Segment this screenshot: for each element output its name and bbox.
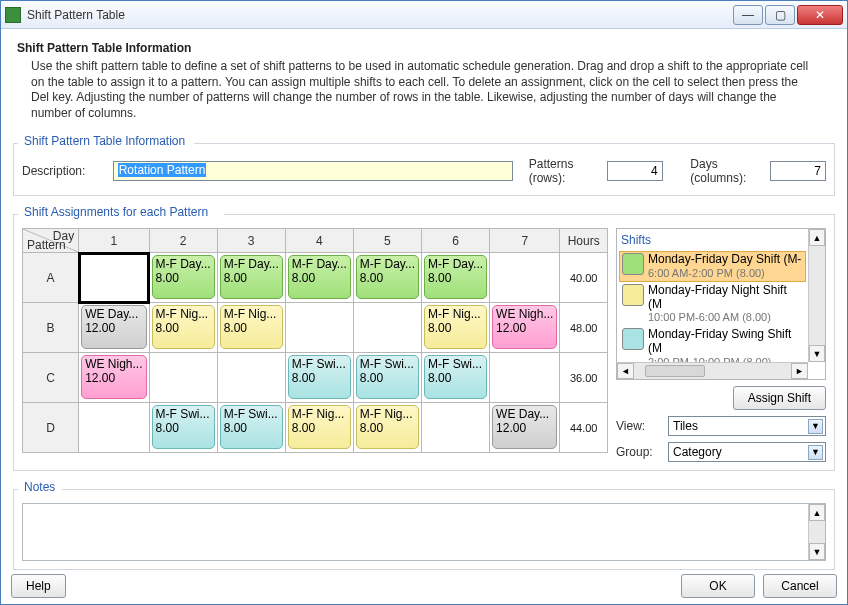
- shift-chip[interactable]: M-F Swi...8.00: [424, 355, 487, 399]
- grid-cell[interactable]: M-F Swi...8.00: [149, 403, 217, 453]
- grid-cell[interactable]: [285, 303, 353, 353]
- day-header: 7: [490, 229, 560, 253]
- pattern-row-header: B: [23, 303, 79, 353]
- scroll-up-icon[interactable]: ▲: [809, 504, 825, 521]
- shift-chip[interactable]: M-F Swi...8.00: [288, 355, 351, 399]
- grid-cell[interactable]: [353, 303, 421, 353]
- shift-list-item[interactable]: Monday-Friday Night Shift (M10:00 PM-6:0…: [619, 282, 806, 326]
- shift-chip[interactable]: M-F Swi...8.00: [356, 355, 419, 399]
- shift-chip[interactable]: WE Nigh...12.00: [492, 305, 557, 349]
- shifts-vertical-scrollbar[interactable]: ▲ ▼: [808, 229, 825, 362]
- row-hours: 48.00: [560, 303, 608, 353]
- shift-item-time: 6:00 AM-2:00 PM (8.00): [648, 267, 801, 280]
- titlebar[interactable]: Shift Pattern Table — ▢ ✕: [1, 1, 847, 29]
- grid-cell[interactable]: [79, 403, 149, 453]
- days-input[interactable]: [770, 161, 826, 181]
- minimize-button[interactable]: —: [733, 5, 763, 25]
- shift-chip-hours: 12.00: [496, 321, 526, 335]
- grid-cell[interactable]: [490, 353, 560, 403]
- shift-chip[interactable]: M-F Day...8.00: [356, 255, 419, 299]
- grid-cell[interactable]: M-F Day...8.00: [421, 253, 489, 303]
- grid-cell[interactable]: M-F Day...8.00: [353, 253, 421, 303]
- shifts-horizontal-scrollbar[interactable]: ◄ ►: [617, 362, 808, 379]
- help-button[interactable]: Help: [11, 574, 66, 598]
- shift-chip[interactable]: M-F Swi...8.00: [220, 405, 283, 449]
- notes-legend: Notes: [20, 480, 59, 494]
- ok-button[interactable]: OK: [681, 574, 755, 598]
- scroll-up-icon[interactable]: ▲: [809, 229, 825, 246]
- shift-color-swatch: [622, 253, 644, 275]
- notes-vertical-scrollbar[interactable]: ▲ ▼: [808, 504, 825, 560]
- patterns-input[interactable]: [607, 161, 663, 181]
- grid-cell[interactable]: WE Day...12.00: [490, 403, 560, 453]
- day-header: 6: [421, 229, 489, 253]
- shift-chip[interactable]: M-F Day...8.00: [152, 255, 215, 299]
- grid-cell[interactable]: M-F Swi...8.00: [217, 403, 285, 453]
- chevron-down-icon: ▼: [808, 445, 823, 460]
- grid-cell[interactable]: [490, 253, 560, 303]
- assign-shift-button[interactable]: Assign Shift: [733, 386, 826, 410]
- grid-cell[interactable]: M-F Nig...8.00: [217, 303, 285, 353]
- description-input[interactable]: Rotation Pattern: [113, 161, 513, 181]
- shift-item-text: Monday-Friday Night Shift (M10:00 PM-6:0…: [648, 284, 803, 324]
- group-value: Category: [673, 445, 722, 459]
- shift-chip[interactable]: M-F Nig...8.00: [288, 405, 351, 449]
- grid-cell[interactable]: M-F Nig...8.00: [421, 303, 489, 353]
- shift-chip[interactable]: WE Nigh...12.00: [81, 355, 146, 399]
- shift-chip[interactable]: WE Day...12.00: [81, 305, 146, 349]
- grid-cell[interactable]: WE Nigh...12.00: [79, 353, 149, 403]
- shift-chip[interactable]: M-F Nig...8.00: [356, 405, 419, 449]
- shift-chip-hours: 8.00: [428, 371, 451, 385]
- scroll-left-icon[interactable]: ◄: [617, 363, 634, 379]
- shift-item-name: Monday-Friday Swing Shift (M: [648, 328, 803, 356]
- shift-chip[interactable]: WE Day...12.00: [492, 405, 557, 449]
- notes-textarea[interactable]: ▲ ▼: [22, 503, 826, 561]
- maximize-button[interactable]: ▢: [765, 5, 795, 25]
- grid-cell[interactable]: [149, 353, 217, 403]
- shift-chip[interactable]: M-F Day...8.00: [288, 255, 351, 299]
- grid-cell[interactable]: M-F Swi...8.00: [353, 353, 421, 403]
- scroll-down-icon[interactable]: ▼: [809, 345, 825, 362]
- grid-cell[interactable]: M-F Day...8.00: [217, 253, 285, 303]
- grid-cell[interactable]: M-F Nig...8.00: [353, 403, 421, 453]
- shift-chip[interactable]: M-F Day...8.00: [220, 255, 283, 299]
- pattern-row-header: D: [23, 403, 79, 453]
- shift-list-item[interactable]: Monday-Friday Day Shift (M-6:00 AM-2:00 …: [619, 251, 806, 281]
- view-combobox[interactable]: Tiles ▼: [668, 416, 826, 436]
- grid-cell[interactable]: M-F Day...8.00: [285, 253, 353, 303]
- shift-list-item[interactable]: Monday-Friday Swing Shift (M2:00 PM-10:0…: [619, 326, 806, 362]
- grid-cell[interactable]: [217, 353, 285, 403]
- cancel-button[interactable]: Cancel: [763, 574, 837, 598]
- grid-cell[interactable]: M-F Swi...8.00: [285, 353, 353, 403]
- shift-chip[interactable]: M-F Nig...8.00: [424, 305, 487, 349]
- grid-cell[interactable]: WE Day...12.00: [79, 303, 149, 353]
- shift-chip[interactable]: M-F Day...8.00: [424, 255, 487, 299]
- shift-chip-hours: 8.00: [360, 421, 383, 435]
- grid-cell[interactable]: [421, 403, 489, 453]
- shift-item-text: Monday-Friday Swing Shift (M2:00 PM-10:0…: [648, 328, 803, 362]
- shift-chip[interactable]: M-F Nig...8.00: [152, 305, 215, 349]
- pattern-grid[interactable]: Day Pattern 1 2 3 4 5 6 7 Hours: [22, 228, 608, 453]
- close-button[interactable]: ✕: [797, 5, 843, 25]
- scroll-right-icon[interactable]: ►: [791, 363, 808, 379]
- grid-cell[interactable]: M-F Swi...8.00: [421, 353, 489, 403]
- corner-pattern-label: Pattern: [27, 238, 66, 252]
- shift-chip-hours: 8.00: [224, 271, 247, 285]
- shift-chip[interactable]: M-F Nig...8.00: [220, 305, 283, 349]
- group-assignments: Shift Assignments for each Pattern Day P…: [13, 214, 835, 471]
- shift-chip-hours: 8.00: [428, 271, 451, 285]
- grid-cell[interactable]: M-F Nig...8.00: [149, 303, 217, 353]
- shifts-listbox[interactable]: Shifts Monday-Friday Day Shift (M-6:00 A…: [616, 228, 826, 380]
- shift-chip-hours: 8.00: [156, 421, 179, 435]
- shift-color-swatch: [622, 284, 644, 306]
- grid-cell[interactable]: M-F Nig...8.00: [285, 403, 353, 453]
- group-combobox[interactable]: Category ▼: [668, 442, 826, 462]
- description-label: Description:: [22, 164, 105, 178]
- scroll-thumb[interactable]: [645, 365, 705, 377]
- grid-cell[interactable]: [79, 253, 149, 303]
- grid-cell[interactable]: WE Nigh...12.00: [490, 303, 560, 353]
- scroll-down-icon[interactable]: ▼: [809, 543, 825, 560]
- grid-cell[interactable]: M-F Day...8.00: [149, 253, 217, 303]
- day-header: 1: [79, 229, 149, 253]
- shift-chip[interactable]: M-F Swi...8.00: [152, 405, 215, 449]
